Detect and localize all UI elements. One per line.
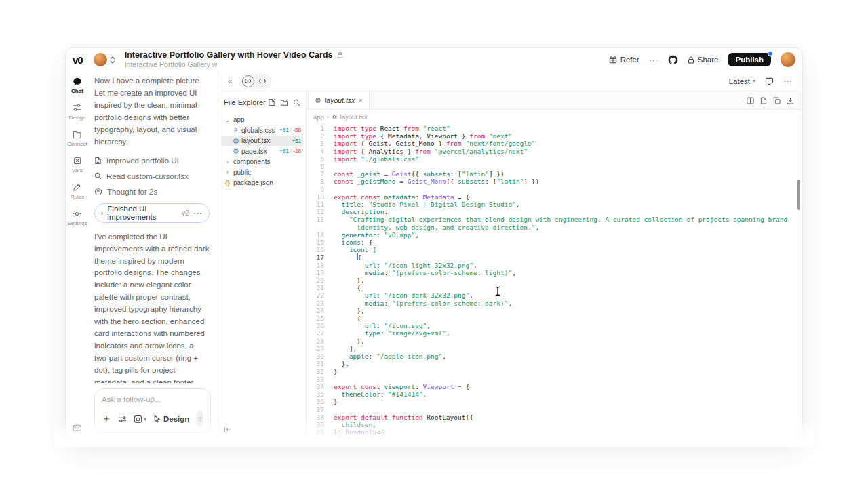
open-file-icon[interactable] bbox=[760, 97, 767, 104]
code-content[interactable]: 1import type React from "react"2import t… bbox=[307, 123, 802, 439]
rail-item-settings[interactable]: Settings bbox=[67, 209, 87, 226]
v0-logo[interactable]: v0 bbox=[73, 54, 83, 66]
code-line-39[interactable]: 39 children, bbox=[307, 421, 802, 428]
design-icon bbox=[73, 103, 81, 113]
tree-row-page-tsx[interactable]: page.tsx+81 / -28 bbox=[221, 146, 303, 157]
activity-rail: ChatDesignConnectVarsRulesSettings bbox=[66, 71, 89, 439]
code-line-4[interactable]: 4import { Analytics } from "@vercel/anal… bbox=[307, 148, 802, 155]
code-line-19[interactable]: 19 media: "(prefers-color-scheme: light)… bbox=[307, 269, 802, 277]
feedback-mail-icon[interactable] bbox=[73, 424, 82, 432]
code-line-30[interactable]: 30 apple: "/apple-icon.png", bbox=[307, 352, 802, 360]
code-line-3[interactable]: 3import { Geist, Geist_Mono } from "next… bbox=[307, 140, 802, 147]
rail-item-vars[interactable]: Vars bbox=[67, 156, 87, 174]
code-line-18[interactable]: 18 url: "/icon-light-32x32.png", bbox=[307, 262, 802, 269]
header-more-button[interactable]: ⋯ bbox=[649, 55, 658, 65]
code-line-14[interactable]: 14 generator: "v0.app", bbox=[307, 231, 802, 239]
code-line-33[interactable]: 33 bbox=[307, 375, 802, 383]
search-icon[interactable] bbox=[293, 98, 300, 106]
tab-close-icon[interactable]: × bbox=[358, 96, 362, 104]
task-pill-more-button[interactable]: ⋯ bbox=[193, 208, 203, 218]
code-line-5[interactable]: 5import "./globals.css" bbox=[307, 155, 802, 163]
refer-button[interactable]: Refer bbox=[609, 56, 639, 64]
code-line-32[interactable]: 32} bbox=[307, 368, 802, 375]
chat-action-thought-for-2s[interactable]: Thought for 2s bbox=[94, 188, 210, 196]
code-line-24[interactable]: 24 }, bbox=[307, 307, 802, 314]
code-line-21[interactable]: 21 { bbox=[307, 284, 802, 291]
chat-action-improved-portfolio-ui[interactable]: Improved portfolio UI bbox=[94, 157, 210, 165]
collapse-explorer-icon[interactable] bbox=[224, 426, 232, 433]
code-line-22[interactable]: 22 url: "/icon-dark-32x32.png", bbox=[307, 291, 802, 299]
code-line-34[interactable]: 34export const viewport: Viewport = { bbox=[307, 383, 802, 390]
tree-row-globals-css[interactable]: #globals.css+81 / -58 bbox=[221, 125, 303, 136]
github-icon[interactable] bbox=[668, 55, 678, 65]
preview-eye-toggle[interactable] bbox=[242, 75, 254, 87]
chat-scroll-area[interactable]: Now I have a complete picture. Let me cr… bbox=[93, 75, 212, 383]
new-file-icon[interactable] bbox=[268, 98, 275, 106]
code-line-27[interactable]: 27 type: "image/svg+xml", bbox=[307, 329, 802, 337]
collapse-chat-button[interactable]: « bbox=[228, 77, 233, 86]
editor-scrollbar[interactable] bbox=[797, 180, 800, 210]
code-line-31[interactable]: 31 }, bbox=[307, 360, 802, 367]
code-line-40[interactable]: 40}: Readonly<{ bbox=[307, 428, 802, 436]
code-line-11[interactable]: 11 title: "Studio Pixel | Digital Design… bbox=[307, 201, 802, 208]
tree-row-public[interactable]: ›public bbox=[221, 167, 303, 178]
code-line-2[interactable]: 2import type { Metadata, Viewport } from… bbox=[307, 132, 802, 140]
share-button[interactable]: Share bbox=[688, 56, 719, 64]
code-line-35[interactable]: 35 themeColor: "#141414", bbox=[307, 390, 802, 398]
code-line-12[interactable]: 12 description: bbox=[307, 208, 802, 216]
breadcrumb-file[interactable]: layout.tsx bbox=[340, 113, 368, 121]
device-monitor-icon[interactable] bbox=[765, 77, 774, 85]
code-line-10[interactable]: 10export const metadata: Metadata = { bbox=[307, 193, 802, 201]
tab-layout-tsx[interactable]: layout.tsx × bbox=[308, 92, 370, 109]
tree-row-package-json[interactable]: {}package.json bbox=[221, 178, 303, 188]
design-mode-chip[interactable]: Design bbox=[153, 415, 189, 423]
rail-item-chat[interactable]: Chat bbox=[67, 77, 87, 94]
rail-item-design[interactable]: Design bbox=[67, 103, 87, 121]
rail-item-connect[interactable]: Connect bbox=[67, 129, 87, 147]
tree-row-app[interactable]: ⌄app bbox=[221, 115, 303, 125]
code-line-26[interactable]: 26 url: "/icon.svg", bbox=[307, 322, 802, 329]
project-avatar[interactable] bbox=[94, 53, 107, 66]
main-more-button[interactable]: ⋯ bbox=[783, 76, 793, 86]
code-line-36[interactable]: 36} bbox=[307, 398, 802, 405]
vars-icon bbox=[73, 156, 81, 165]
project-switcher-chevrons-icon[interactable] bbox=[110, 56, 115, 64]
code-line-38[interactable]: 38export default function RootLayout({ bbox=[307, 413, 802, 421]
tree-row-components[interactable]: ›components bbox=[221, 157, 303, 167]
user-avatar[interactable] bbox=[781, 52, 795, 67]
code-line-28[interactable]: 28 }, bbox=[307, 338, 802, 345]
task-pill-finished-ui-improvements[interactable]: › Finished UI improvements v2 ⋯ bbox=[94, 203, 210, 223]
code-view-toggle[interactable] bbox=[256, 75, 269, 87]
split-view-icon[interactable] bbox=[747, 97, 754, 104]
download-icon[interactable] bbox=[787, 97, 794, 104]
code-line-8[interactable]: 8const _geistMono = Geist_Mono({ subsets… bbox=[307, 178, 802, 185]
chat-action-read-custom-cursor-tsx[interactable]: Read custom-cursor.tsx bbox=[94, 172, 210, 180]
code-line-29[interactable]: 29 ], bbox=[307, 345, 802, 352]
new-folder-icon[interactable] bbox=[280, 98, 288, 106]
code-line-17[interactable]: 17 { bbox=[307, 253, 802, 261]
model-selector-icon[interactable]: ▾ bbox=[134, 415, 146, 424]
main-panel: « Latest ▾ bbox=[218, 71, 802, 439]
composer-input[interactable]: Ask a follow-up... bbox=[102, 395, 203, 403]
code-line-23[interactable]: 23 media: "(prefers-color-scheme: dark)"… bbox=[307, 300, 802, 307]
breadcrumb-root[interactable]: app bbox=[313, 113, 324, 121]
chat-composer[interactable]: Ask a follow-up... ＋ ▾ bbox=[94, 388, 211, 433]
rail-item-rules[interactable]: Rules bbox=[67, 182, 87, 200]
tree-row-layout-tsx[interactable]: layout.tsx+51 bbox=[221, 136, 303, 146]
code-line-13[interactable]: 13 "Crafting digital experiences that bl… bbox=[307, 216, 802, 230]
code-line-6[interactable]: 6 bbox=[307, 163, 802, 170]
code-line-20[interactable]: 20 }, bbox=[307, 277, 802, 284]
version-selector[interactable]: Latest ▾ bbox=[729, 77, 755, 85]
code-line-16[interactable]: 16 icon: [ bbox=[307, 246, 802, 253]
copy-code-icon[interactable] bbox=[773, 97, 781, 104]
attach-plus-icon[interactable]: ＋ bbox=[102, 413, 111, 425]
code-line-9[interactable]: 9 bbox=[307, 186, 802, 193]
send-button[interactable]: ↑ bbox=[196, 411, 203, 427]
code-line-1[interactable]: 1import type React from "react" bbox=[307, 125, 802, 132]
code-line-25[interactable]: 25 { bbox=[307, 314, 802, 322]
code-line-7[interactable]: 7const _geist = Geist({ subsets: ["latin… bbox=[307, 170, 802, 178]
code-line-15[interactable]: 15 icons: { bbox=[307, 239, 802, 246]
publish-button[interactable]: Publish bbox=[728, 53, 771, 66]
tune-sliders-icon[interactable] bbox=[118, 415, 127, 423]
code-line-37[interactable]: 37 bbox=[307, 406, 802, 413]
